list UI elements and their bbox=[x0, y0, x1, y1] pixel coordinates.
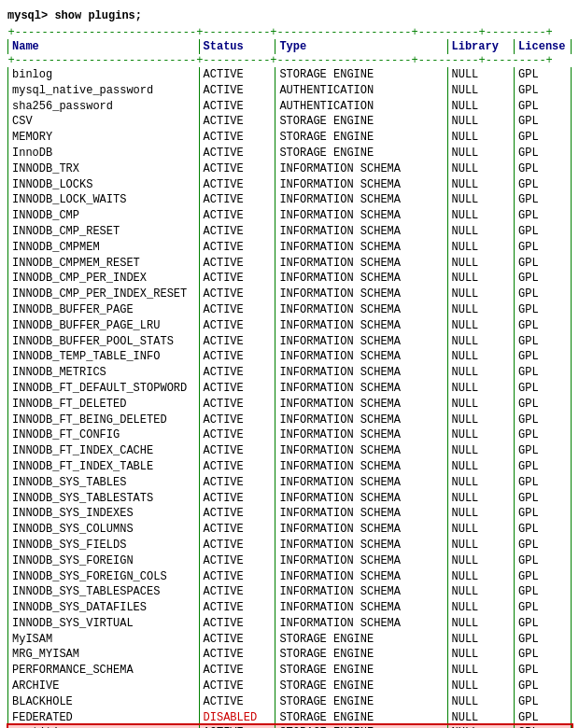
cell-status: ACTIVE bbox=[199, 679, 275, 694]
cell-library: NULL bbox=[447, 553, 515, 569]
cell-library: NULL bbox=[447, 130, 515, 146]
cell-name: INNODB_BUFFER_PAGE_LRU bbox=[8, 318, 200, 334]
cell-name: PERFORMANCE_SCHEMA bbox=[8, 663, 200, 679]
cell-license: GPL bbox=[515, 224, 572, 240]
cell-license: GPL bbox=[515, 569, 572, 585]
cell-type: INFORMATION SCHEMA bbox=[275, 616, 447, 632]
cell-name: INNODB_SYS_TABLES bbox=[8, 475, 200, 491]
cell-name: FEDERATED bbox=[8, 710, 200, 726]
header-status: Status bbox=[199, 39, 275, 54]
cell-type: INFORMATION SCHEMA bbox=[275, 459, 447, 475]
cell-type: STORAGE ENGINE bbox=[275, 647, 447, 663]
cell-name: INNODB_SYS_FOREIGN bbox=[8, 553, 200, 569]
cell-type: INFORMATION SCHEMA bbox=[275, 522, 447, 538]
cell-license: GPL bbox=[515, 647, 572, 663]
cell-type: INFORMATION SCHEMA bbox=[275, 538, 447, 553]
cell-library: NULL bbox=[447, 397, 515, 413]
table-row: INNODB_FT_INDEX_CACHE ACTIVE INFORMATION… bbox=[8, 443, 572, 459]
table-row: ARCHIVE ACTIVE STORAGE ENGINE NULL GPL bbox=[8, 679, 572, 694]
cell-name: INNODB_FT_BEING_DELETED bbox=[8, 413, 200, 428]
cell-type: INFORMATION SCHEMA bbox=[275, 365, 447, 381]
cell-license: GPL bbox=[515, 381, 572, 397]
cell-status: ACTIVE bbox=[199, 553, 275, 569]
cell-license: GPL bbox=[515, 679, 572, 694]
cell-status: ACTIVE bbox=[199, 302, 275, 318]
cell-library: NULL bbox=[447, 208, 515, 224]
cell-name: INNODB_TRX bbox=[8, 161, 200, 177]
table-row: INNODB_CMP_PER_INDEX_RESET ACTIVE INFORM… bbox=[8, 287, 572, 302]
table-row: INNODB_FT_BEING_DELETED ACTIVE INFORMATI… bbox=[8, 413, 572, 428]
cell-library: NULL bbox=[447, 114, 515, 130]
cell-license: GPL bbox=[515, 114, 572, 130]
cell-library: NULL bbox=[447, 694, 515, 710]
cell-name: INNODB_TEMP_TABLE_INFO bbox=[8, 349, 200, 365]
cell-license: GPL bbox=[515, 413, 572, 428]
cell-license: GPL bbox=[515, 130, 572, 146]
header-library: Library bbox=[447, 39, 515, 54]
cell-library: NULL bbox=[447, 334, 515, 350]
cell-library: NULL bbox=[447, 224, 515, 240]
table-row: BLACKHOLE ACTIVE STORAGE ENGINE NULL GPL bbox=[8, 694, 572, 710]
table-row: INNODB_TEMP_TABLE_INFO ACTIVE INFORMATIO… bbox=[8, 349, 572, 365]
cell-status: ACTIVE bbox=[199, 632, 275, 648]
cell-type: STORAGE ENGINE bbox=[275, 694, 447, 710]
table-row: INNODB_SYS_TABLESPACES ACTIVE INFORMATIO… bbox=[8, 584, 572, 600]
cell-library: NULL bbox=[447, 443, 515, 459]
cell-status: ACTIVE bbox=[199, 146, 275, 161]
table-row: INNODB_SYS_COLUMNS ACTIVE INFORMATION SC… bbox=[8, 522, 572, 538]
cell-name: INNODB_BUFFER_POOL_STATS bbox=[8, 334, 200, 350]
cell-license: GPL bbox=[515, 538, 572, 553]
cell-type: STORAGE ENGINE bbox=[275, 114, 447, 130]
cell-type: INFORMATION SCHEMA bbox=[275, 600, 447, 616]
table-row: MRG_MYISAM ACTIVE STORAGE ENGINE NULL GP… bbox=[8, 647, 572, 663]
cell-type: INFORMATION SCHEMA bbox=[275, 443, 447, 459]
cell-library: NULL bbox=[447, 427, 515, 443]
cell-library: NULL bbox=[447, 67, 515, 83]
cell-status: ACTIVE bbox=[199, 334, 275, 350]
cell-library: NULL bbox=[447, 146, 515, 161]
separator-mid: +---------------------------+----------+… bbox=[8, 54, 572, 67]
cell-type: INFORMATION SCHEMA bbox=[275, 381, 447, 397]
table-row: PERFORMANCE_SCHEMA ACTIVE STORAGE ENGINE… bbox=[8, 663, 572, 679]
cell-library: NULL bbox=[447, 584, 515, 600]
table-header-row: Name Status Type Library License bbox=[8, 39, 572, 54]
cell-library: NULL bbox=[447, 365, 515, 381]
table-row: mysql_native_password ACTIVE AUTHENTICAT… bbox=[8, 83, 572, 99]
cell-license: GPL bbox=[515, 632, 572, 648]
cell-library: NULL bbox=[447, 475, 515, 491]
cell-type: STORAGE ENGINE bbox=[275, 710, 447, 726]
cell-name: INNODB_CMP bbox=[8, 208, 200, 224]
cell-license: GPL bbox=[515, 161, 572, 177]
cell-type: INFORMATION SCHEMA bbox=[275, 161, 447, 177]
table-row: FEDERATED DISABLED STORAGE ENGINE NULL G… bbox=[8, 710, 572, 726]
cell-name: BLACKHOLE bbox=[8, 694, 200, 710]
cell-status: ACTIVE bbox=[199, 538, 275, 553]
cell-name: binlog bbox=[8, 67, 200, 83]
cell-type: INFORMATION SCHEMA bbox=[275, 302, 447, 318]
cell-license: GPL bbox=[515, 710, 572, 726]
cell-library: NULL bbox=[447, 240, 515, 256]
cell-library: NULL bbox=[447, 616, 515, 632]
cell-name: INNODB_CMPMEM bbox=[8, 240, 200, 256]
cell-library: NULL bbox=[447, 177, 515, 193]
cell-library: NULL bbox=[447, 256, 515, 272]
cell-type: INFORMATION SCHEMA bbox=[275, 475, 447, 491]
cell-name: INNODB_FT_INDEX_TABLE bbox=[8, 459, 200, 475]
cell-license: GPL bbox=[515, 67, 572, 83]
cell-license: GPL bbox=[515, 616, 572, 632]
cell-license: GPL bbox=[515, 522, 572, 538]
header-name: Name bbox=[8, 39, 200, 54]
cell-type: STORAGE ENGINE bbox=[275, 130, 447, 146]
table-row: INNODB_FT_CONFIG ACTIVE INFORMATION SCHE… bbox=[8, 427, 572, 443]
prompt-line: mysql> show plugins; bbox=[7, 9, 572, 22]
cell-library: NULL bbox=[447, 459, 515, 475]
table-row: INNODB_CMP_PER_INDEX ACTIVE INFORMATION … bbox=[8, 271, 572, 287]
table-row: sha256_password ACTIVE AUTHENTICATION NU… bbox=[8, 99, 572, 115]
cell-status: ACTIVE bbox=[199, 224, 275, 240]
cell-license: GPL bbox=[515, 287, 572, 302]
cell-name: INNODB_LOCKS bbox=[8, 177, 200, 193]
cell-library: NULL bbox=[447, 663, 515, 679]
cell-type: STORAGE ENGINE bbox=[275, 67, 447, 83]
cell-library: NULL bbox=[447, 287, 515, 302]
table-row: INNODB_CMPMEM_RESET ACTIVE INFORMATION S… bbox=[8, 256, 572, 272]
